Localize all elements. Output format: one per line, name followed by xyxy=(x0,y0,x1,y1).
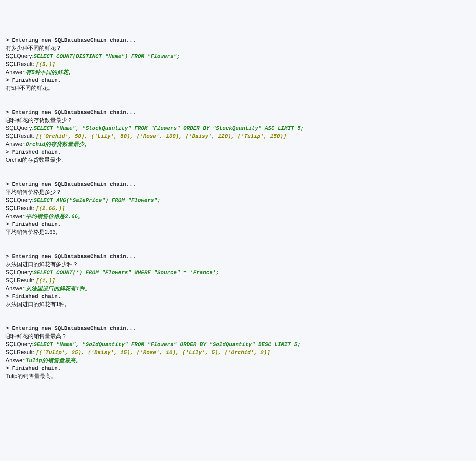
answer-label: Answer: xyxy=(6,141,26,147)
sql-query-value: SELECT COUNT(DISTINCT "Name") FROM "Flow… xyxy=(33,53,180,59)
sql-query-line: SQLQuery:SELECT "Name", "SoldQuantity" F… xyxy=(6,340,470,349)
final-output-text: Tulip的销售量最高。 xyxy=(6,372,470,380)
blank-line xyxy=(6,236,470,244)
sql-result-label: SQLResult: xyxy=(6,205,36,211)
answer-line: Answer:有5种不同的鲜花。 xyxy=(6,68,470,77)
entering-chain-line: > Entering new SQLDatabaseChain chain... xyxy=(6,37,470,44)
sql-result-label: SQLResult: xyxy=(6,133,36,139)
sql-query-line: SQLQuery:SELECT AVG("SalePrice") FROM "F… xyxy=(6,196,470,204)
sql-result-value: [(2.66,)] xyxy=(36,205,65,212)
sql-query-value: SELECT "Name", "SoldQuantity" FROM "Flow… xyxy=(33,341,300,348)
answer-value: 有5种不同的鲜花。 xyxy=(26,69,74,76)
blank-line xyxy=(6,308,470,316)
entering-chain-line: > Entering new SQLDatabaseChain chain... xyxy=(6,181,470,188)
sql-query-value: SELECT COUNT(*) FROM "Flowers" WHERE "So… xyxy=(33,270,219,276)
chain-block: > Entering new SQLDatabaseChain chain...… xyxy=(6,325,470,388)
sql-result-line: SQLResult: [(2.66,)] xyxy=(6,204,470,213)
finished-chain-line: > Finished chain. xyxy=(6,365,470,372)
sql-query-label: SQLQuery: xyxy=(6,341,33,347)
chain-block: > Entering new SQLDatabaseChain chain...… xyxy=(6,253,470,316)
blank-line xyxy=(6,164,470,172)
sql-result-line: SQLResult: [('Orchid', 50), ('Lily', 80)… xyxy=(6,132,470,140)
sql-result-value: [('Orchid', 50), ('Lily', 80), ('Rose', … xyxy=(36,133,287,139)
answer-label: Answer: xyxy=(6,285,26,292)
chain-block: > Entering new SQLDatabaseChain chain...… xyxy=(6,37,470,100)
question-text: 从法国进口的鲜花有多少种？ xyxy=(6,261,470,269)
question-text: 哪种鲜花的存货数量最少？ xyxy=(6,116,470,125)
finished-chain-line: > Finished chain. xyxy=(6,221,470,228)
final-output-text: Orchid的存货数量最少。 xyxy=(6,156,470,164)
sql-result-label: SQLResult: xyxy=(6,277,36,283)
entering-chain-line: > Entering new SQLDatabaseChain chain... xyxy=(6,325,470,332)
sql-query-value: SELECT "Name", "StockQuantity" FROM "Flo… xyxy=(33,125,304,131)
sql-query-value: SELECT AVG("SalePrice") FROM "Flowers"; xyxy=(33,197,161,204)
sql-result-value: [(1,)] xyxy=(36,278,55,284)
question-text: 平均销售价格是多少？ xyxy=(6,188,470,196)
answer-line: Answer:Tulip的销售量最高。 xyxy=(6,357,470,365)
terminal-output: > Entering new SQLDatabaseChain chain...… xyxy=(6,37,470,388)
sql-result-label: SQLResult: xyxy=(6,349,36,355)
blank-line xyxy=(6,380,470,388)
sql-result-line: SQLResult: [(5,)] xyxy=(6,60,470,68)
sql-query-label: SQLQuery: xyxy=(6,269,33,275)
answer-value: Tulip的销售量最高。 xyxy=(26,358,81,364)
answer-label: Answer: xyxy=(6,213,26,219)
answer-line: Answer:从法国进口的鲜花有1种。 xyxy=(6,285,470,293)
chain-block: > Entering new SQLDatabaseChain chain...… xyxy=(6,181,470,244)
entering-chain-line: > Entering new SQLDatabaseChain chain... xyxy=(6,253,470,261)
answer-value: 平均销售价格是2.66。 xyxy=(26,213,83,220)
question-text: 哪种鲜花的销售量最高？ xyxy=(6,332,470,340)
finished-chain-line: > Finished chain. xyxy=(6,293,470,301)
sql-query-label: SQLQuery: xyxy=(6,197,33,203)
final-output-text: 平均销售价格是2.66。 xyxy=(6,228,470,236)
answer-label: Answer: xyxy=(6,357,26,363)
final-output-text: 从法国进口的鲜花有1种。 xyxy=(6,301,470,309)
sql-result-value: [(5,)] xyxy=(36,61,55,68)
answer-label: Answer: xyxy=(6,69,26,75)
sql-result-value: [('Tulip', 25), ('Daisy', 15), ('Rose', … xyxy=(36,349,270,356)
sql-result-label: SQLResult: xyxy=(6,61,36,67)
answer-line: Answer:Orchid的存货数量最少。 xyxy=(6,140,470,148)
finished-chain-line: > Finished chain. xyxy=(6,148,470,156)
sql-result-line: SQLResult: [('Tulip', 25), ('Daisy', 15)… xyxy=(6,349,470,357)
finished-chain-line: > Finished chain. xyxy=(6,77,470,84)
answer-value: Orchid的存货数量最少。 xyxy=(26,141,90,147)
sql-query-line: SQLQuery:SELECT "Name", "StockQuantity" … xyxy=(6,124,470,132)
answer-line: Answer:平均销售价格是2.66。 xyxy=(6,213,470,221)
sql-query-line: SQLQuery:SELECT COUNT(*) FROM "Flowers" … xyxy=(6,269,470,277)
question-text: 有多少种不同的鲜花？ xyxy=(6,44,470,52)
sql-result-line: SQLResult: [(1,)] xyxy=(6,277,470,285)
sql-query-line: SQLQuery:SELECT COUNT(DISTINCT "Name") F… xyxy=(6,52,470,60)
entering-chain-line: > Entering new SQLDatabaseChain chain... xyxy=(6,109,470,116)
sql-query-label: SQLQuery: xyxy=(6,125,33,131)
answer-value: 从法国进口的鲜花有1种。 xyxy=(26,286,91,292)
chain-block: > Entering new SQLDatabaseChain chain...… xyxy=(6,109,470,172)
sql-query-label: SQLQuery: xyxy=(6,53,33,59)
blank-line xyxy=(6,92,470,100)
final-output-text: 有5种不同的鲜花。 xyxy=(6,84,470,92)
